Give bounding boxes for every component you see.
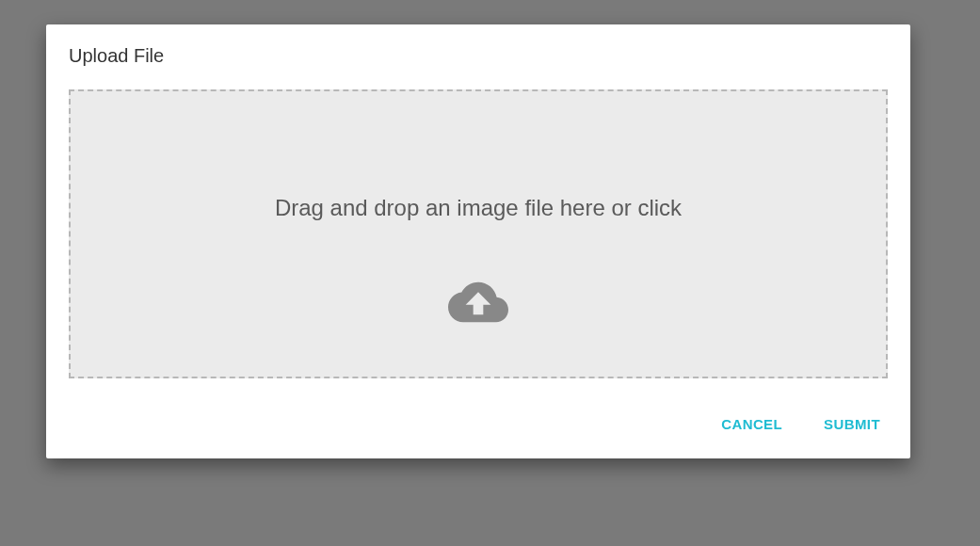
modal-title: Upload File [69, 45, 888, 67]
modal-header: Upload File [46, 24, 910, 67]
submit-button[interactable]: SUBMIT [824, 416, 880, 432]
upload-file-modal: Upload File Drag and drop an image file … [46, 24, 910, 458]
cloud-upload-icon [448, 280, 508, 329]
modal-content: Drag and drop an image file here or clic… [46, 67, 910, 401]
modal-actions: CANCEL SUBMIT [46, 401, 910, 458]
dropzone-instruction-text: Drag and drop an image file here or clic… [275, 195, 682, 221]
file-dropzone[interactable]: Drag and drop an image file here or clic… [69, 89, 888, 378]
cancel-button[interactable]: CANCEL [721, 416, 782, 432]
